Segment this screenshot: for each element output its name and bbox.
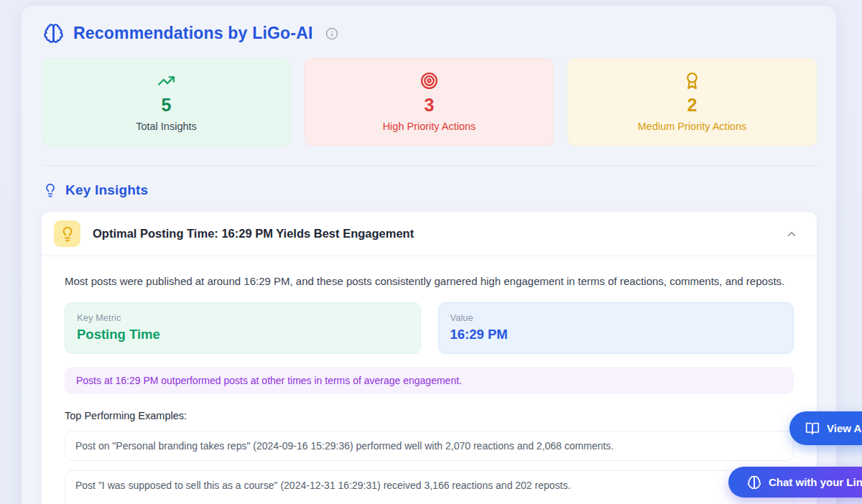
section-divider <box>42 165 817 166</box>
insight-summary: Most posts were published at around 16:2… <box>65 272 790 291</box>
stat-card-medium-priority: 2 Medium Priority Actions <box>567 58 817 146</box>
target-icon <box>420 72 438 90</box>
page-title: Recommendations by LiGo-AI <box>73 24 313 43</box>
trending-up-icon <box>157 72 175 90</box>
chevron-up-icon[interactable] <box>785 228 798 241</box>
page-header: Recommendations by LiGo-AI <box>42 23 817 44</box>
chat-label: Chat with your LinkedIn <box>769 476 862 488</box>
recommendations-panel: Recommendations by LiGo-AI 5 Total Insig… <box>22 6 836 504</box>
lightbulb-icon <box>43 183 57 197</box>
insight-card: Optimal Posting Time: 16:29 PM Yields Be… <box>42 212 817 504</box>
key-insights-header: Key Insights <box>42 182 817 198</box>
info-icon[interactable] <box>325 27 338 40</box>
insight-card-header[interactable]: Optimal Posting Time: 16:29 PM Yields Be… <box>42 212 817 256</box>
value-label: Value <box>450 312 782 323</box>
stat-card-total-insights: 5 Total Insights <box>42 58 291 146</box>
examples-heading: Top Performing Examples: <box>65 410 794 421</box>
key-insights-title: Key Insights <box>65 182 148 198</box>
stat-card-high-priority: 3 High Priority Actions <box>305 58 554 146</box>
lightbulb-badge-icon <box>54 220 80 247</box>
stat-label: High Priority Actions <box>383 121 476 132</box>
metric-row: Key Metric Posting Time Value 16:29 PM <box>65 302 794 354</box>
insight-note: Posts at 16:29 PM outperformed posts at … <box>65 367 794 394</box>
book-open-icon <box>805 421 820 436</box>
award-icon <box>683 72 701 90</box>
stat-value: 5 <box>162 95 172 116</box>
stat-value: 3 <box>425 95 435 116</box>
insight-body: Most posts were published at around 16:2… <box>42 256 817 504</box>
value-box: Value 16:29 PM <box>438 302 794 354</box>
key-metric-label: Key Metric <box>77 312 409 323</box>
key-metric-box: Key Metric Posting Time <box>65 302 421 354</box>
stat-label: Medium Priority Actions <box>638 121 747 132</box>
stat-label: Total Insights <box>136 121 197 132</box>
brain-icon <box>43 23 64 44</box>
view-all-label: View All <box>827 422 862 434</box>
key-metric-value: Posting Time <box>77 327 409 342</box>
brain-icon <box>747 475 761 490</box>
chat-button[interactable]: Chat with your LinkedIn <box>728 467 862 498</box>
stat-value: 2 <box>687 95 698 116</box>
example-row: Post "I was supposed to sell this as a c… <box>65 470 794 504</box>
value-value: 16:29 PM <box>450 327 782 342</box>
insight-title: Optimal Posting Time: 16:29 PM Yields Be… <box>93 227 773 241</box>
page: Recommendations by LiGo-AI 5 Total Insig… <box>0 0 862 504</box>
example-row: Post on "Personal branding takes reps" (… <box>65 431 794 461</box>
view-all-button[interactable]: View All <box>789 411 862 445</box>
stats-row: 5 Total Insights 3 High Priority Actions <box>42 58 817 146</box>
